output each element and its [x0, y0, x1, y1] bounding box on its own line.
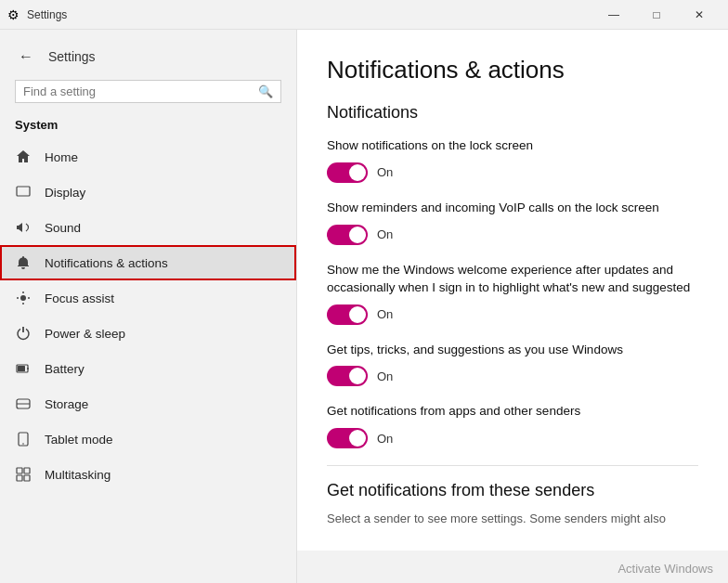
search-icon: 🔍 — [258, 84, 273, 98]
toggle-app-notifications[interactable] — [327, 428, 368, 448]
sidebar-item-sound-label: Sound — [45, 221, 81, 235]
sidebar-item-power[interactable]: Power & sleep — [0, 316, 296, 351]
sidebar-header: ← Settings — [0, 30, 296, 76]
maximize-button[interactable]: □ — [635, 0, 678, 30]
page-title: Notifications & actions — [327, 56, 698, 84]
title-bar-left: ⚙ Settings — [7, 7, 67, 22]
setting-lock-screen: Show notifications on the lock screen On — [327, 137, 698, 183]
home-icon — [15, 149, 32, 165]
sidebar-item-focus-label: Focus assist — [45, 292, 114, 305]
toggle-lock-screen-text: On — [377, 165, 393, 179]
storage-icon — [15, 395, 32, 412]
svg-rect-11 — [24, 475, 30, 481]
setting-welcome: Show me the Windows welcome experience a… — [327, 262, 698, 325]
svg-rect-10 — [17, 475, 22, 481]
sidebar-item-storage-label: Storage — [45, 397, 88, 411]
toggle-voip-text: On — [377, 227, 393, 241]
sidebar-item-home[interactable]: Home — [0, 139, 296, 175]
toggle-welcome-text: On — [377, 307, 393, 321]
svg-point-7 — [22, 443, 24, 445]
toggle-voip[interactable] — [327, 225, 368, 245]
focus-icon — [15, 290, 32, 306]
display-icon — [15, 184, 32, 201]
toggle-tips[interactable] — [327, 366, 368, 386]
setting-welcome-label: Show me the Windows welcome experience a… — [327, 262, 698, 297]
sidebar-item-home-label: Home — [45, 150, 78, 164]
senders-desc: Select a sender to see more settings. So… — [327, 510, 698, 528]
setting-voip: Show reminders and incoming VoIP calls o… — [327, 200, 698, 245]
sidebar-item-battery-label: Battery — [45, 362, 84, 376]
sidebar-item-power-label: Power & sleep — [45, 327, 125, 341]
sidebar-app-title: Settings — [48, 49, 96, 64]
toggle-row-voip: On — [327, 225, 698, 245]
sidebar-section-label: System — [0, 114, 296, 139]
toggle-row-tips: On — [327, 366, 698, 386]
sidebar-item-tablet[interactable]: Tablet mode — [0, 421, 296, 457]
title-bar-controls: — □ ✕ — [592, 0, 721, 30]
sound-icon — [15, 219, 32, 236]
setting-tips-label: Get tips, tricks, and suggestions as you… — [327, 342, 698, 359]
setting-lock-screen-label: Show notifications on the lock screen — [327, 137, 698, 155]
svg-rect-0 — [17, 187, 30, 196]
divider — [327, 465, 698, 466]
sidebar-item-multitasking[interactable]: Multitasking — [0, 457, 296, 492]
app-body: ← Settings 🔍 System Home Display — [0, 30, 728, 583]
multitasking-icon — [15, 466, 32, 483]
setting-app-notifications-label: Get notifications from apps and other se… — [327, 403, 698, 421]
svg-rect-9 — [24, 468, 30, 473]
toggle-row-app-notifications: On — [327, 428, 698, 448]
power-icon — [15, 325, 32, 342]
notifications-section-title: Notifications — [327, 103, 698, 123]
back-button[interactable]: ← — [15, 45, 37, 69]
sidebar: ← Settings 🔍 System Home Display — [0, 30, 297, 583]
notifications-icon — [15, 254, 32, 271]
sidebar-item-storage[interactable]: Storage — [0, 386, 296, 421]
sidebar-item-display[interactable]: Display — [0, 175, 296, 210]
search-input[interactable] — [23, 84, 258, 98]
toggle-welcome[interactable] — [327, 304, 368, 325]
sidebar-item-multitasking-label: Multitasking — [45, 468, 110, 482]
sidebar-item-battery[interactable]: Battery — [0, 351, 296, 386]
sidebar-item-focus-assist[interactable]: Focus assist — [0, 280, 296, 316]
minimize-button[interactable]: — — [592, 0, 635, 30]
activate-windows-watermark: Activate Windows — [618, 562, 713, 576]
main-content: Notifications & actions Notifications Sh… — [297, 30, 728, 551]
toggle-tips-text: On — [377, 369, 393, 383]
toggle-app-notifications-text: On — [377, 432, 393, 446]
senders-title: Get notifications from these senders — [327, 481, 698, 500]
setting-tips: Get tips, tricks, and suggestions as you… — [327, 342, 698, 387]
battery-icon — [15, 360, 32, 377]
search-box[interactable]: 🔍 — [15, 80, 281, 103]
svg-rect-8 — [17, 468, 22, 473]
sidebar-item-notifications[interactable]: Notifications & actions — [0, 245, 296, 280]
main-wrapper: Notifications & actions Notifications Sh… — [297, 30, 728, 583]
title-bar-title: Settings — [27, 8, 67, 21]
title-bar: ⚙ Settings — □ ✕ — [0, 0, 728, 30]
sidebar-item-display-label: Display — [45, 186, 85, 200]
sidebar-item-sound[interactable]: Sound — [0, 210, 296, 245]
settings-icon: ⚙ — [7, 7, 20, 22]
svg-point-1 — [20, 295, 26, 301]
close-button[interactable]: ✕ — [678, 0, 721, 30]
setting-app-notifications: Get notifications from apps and other se… — [327, 403, 698, 448]
toggle-lock-screen[interactable] — [327, 162, 368, 183]
svg-rect-3 — [18, 366, 25, 371]
sidebar-item-notifications-label: Notifications & actions — [45, 256, 168, 270]
toggle-row-welcome: On — [327, 304, 698, 325]
setting-voip-label: Show reminders and incoming VoIP calls o… — [327, 200, 698, 217]
toggle-row-lock-screen: On — [327, 162, 698, 183]
tablet-icon — [15, 431, 32, 447]
sidebar-item-tablet-label: Tablet mode — [45, 433, 113, 447]
